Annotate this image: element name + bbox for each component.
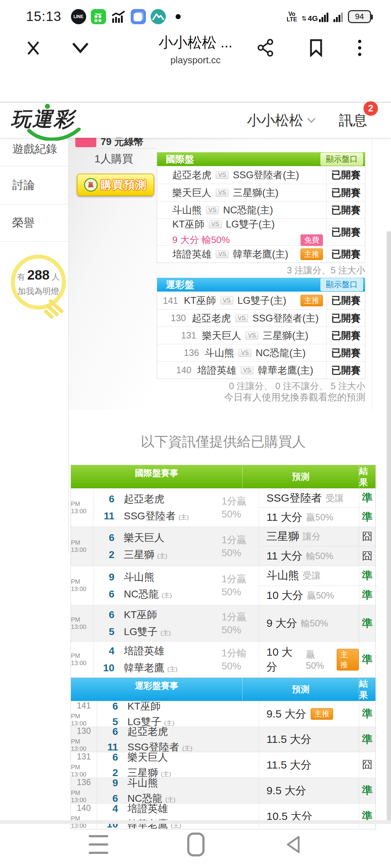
user-menu[interactable]: 小小松松	[247, 111, 316, 130]
game-id-time: 140PM 13:00	[71, 804, 97, 829]
vs-badge: VS	[216, 189, 228, 197]
teams-cell: 9斗山熊 6NC恐龍(主)	[97, 778, 259, 803]
page-url: playsport.cc	[105, 55, 286, 66]
prediction-subrow: 10 大分贏50% 準	[259, 586, 375, 605]
game-number: 131	[181, 330, 202, 341]
hot-pick-badge: 主推	[337, 649, 359, 671]
browser-menu-button[interactable]	[358, 40, 361, 56]
vs-badge: VS	[220, 297, 233, 305]
show-odds-button[interactable]: 顯示盤口	[320, 153, 363, 166]
prediction-subrow: 11.5 大分 囧	[259, 752, 375, 778]
away-score: 6	[97, 701, 118, 712]
game-number: 141	[163, 295, 184, 306]
result-row: 140PM 13:00 4培證英雄 10韓華老鷹(主) 10.5 大分 準	[71, 803, 375, 829]
prediction-subrow: 11.5 大分 準	[259, 727, 375, 752]
away-score: 6	[93, 609, 114, 621]
game-number: 130	[171, 313, 192, 323]
volte-indicator: VoLTE	[287, 11, 297, 22]
result-mark: 準	[359, 727, 375, 752]
result-row: PM 13:00 9斗山熊 6NC恐龍(主) 1分贏50% 斗山熊受讓 準 10…	[71, 566, 375, 605]
spread-info: 1分贏50%	[222, 533, 247, 559]
show-odds-button[interactable]: 顯示盤口	[320, 278, 363, 291]
game-status: 已開賽	[327, 327, 365, 344]
price-row: 79 元綠幣	[75, 138, 159, 148]
battery-indicator: 94	[348, 10, 371, 23]
status-indicators: VoLTE ⇅ 4G 94	[287, 10, 371, 23]
international-results-table: 國際盤賽事 預測 結果 PM 13:00 6起亞老虎 11SSG登陸者(主) 1…	[71, 465, 376, 678]
result-mark: 準	[359, 508, 375, 527]
game-row[interactable]: 141KT巫師VSLG雙子(主)主推 已開賽	[157, 292, 365, 309]
away-score: 6	[93, 532, 114, 544]
sidebar-item-honors[interactable]: 榮譽	[0, 204, 68, 242]
international-board-header: 國際盤 顯示盤口	[157, 152, 365, 166]
home-score: 11	[93, 510, 114, 522]
price-text: 79 元綠幣	[101, 138, 144, 148]
game-id-time: 131PM 13:00	[71, 752, 97, 778]
spread-info: 1分贏50%	[222, 610, 247, 637]
mountain-app-icon	[151, 9, 166, 24]
back-button[interactable]	[283, 834, 302, 855]
game-row[interactable]: KT巫師VSLG雙子(主) 9 大分 輸50%免費 已開賽	[157, 218, 365, 245]
result-row: PM 13:00 4培證英雄 10韓華老鷹(主) 1分輸50% 10 大分贏50…	[71, 641, 375, 677]
game-row[interactable]: 131樂天巨人VS三星獅(主) 已開賽	[157, 327, 365, 344]
recents-button[interactable]	[89, 835, 108, 854]
site-header: 玩運彩 小小松松 訊息 2	[0, 103, 391, 138]
spread-info: 1分贏50%	[222, 495, 247, 521]
result-mark: 準	[359, 586, 375, 605]
buy-prediction-button[interactable]: 贏 購買預測	[77, 174, 154, 196]
lamp-circle: 有288人 加我為明燈	[11, 255, 66, 310]
teams-cell: 6樂天巨人 2三星獅(主) 1分贏50%	[93, 527, 259, 566]
beacon-lamp-widget[interactable]: 有288人 加我為明燈	[0, 255, 69, 331]
teams-cell: 4培證英雄 10韓華老鷹(主)	[97, 804, 259, 829]
game-row[interactable]: 斗山熊VSNC恐龍(主) 已開賽	[157, 201, 365, 218]
game-number: 140	[176, 365, 197, 375]
android-navbar	[89, 830, 302, 859]
result-row: 136PM 13:00 9斗山熊 6NC恐龍(主) 9.5 大分 準	[71, 778, 375, 803]
messages-link[interactable]: 訊息 2	[339, 111, 367, 130]
collapse-toolbar-button[interactable]	[72, 42, 89, 53]
game-time: PM 13:00	[71, 642, 93, 677]
page-edge-strip	[387, 231, 391, 824]
spread-info: 1分輸50%	[222, 647, 247, 673]
page-title-block[interactable]: 小小松松 ... playsport.cc	[105, 33, 286, 66]
sidebar-item-game-records[interactable]: 遊戲紀錄	[0, 138, 68, 166]
away-score: 9	[97, 777, 118, 789]
sidebar-item-discussion[interactable]: 討論	[0, 166, 68, 204]
free-pick-text: 9 大分 輸50%	[172, 234, 230, 246]
prediction-subrow: 9 大分輸50% 準	[259, 605, 375, 641]
away-score: 9	[93, 571, 114, 583]
game-time: PM 13:00	[71, 489, 93, 527]
free-badge: 免費	[300, 234, 323, 246]
teams-cell: 6KT巫師 5LG雙子(主)	[97, 701, 259, 727]
game-row[interactable]: 培證英雄VS韓華老鷹(主)主推 已開賽	[157, 245, 365, 263]
playsport-logo[interactable]: 玩運彩	[9, 106, 78, 135]
game-id-time: 136PM 13:00	[71, 778, 97, 803]
game-row[interactable]: 140培證英雄VS韓華老鷹(主) 已開賽	[157, 361, 365, 379]
network-indicator: ⇅ 4G	[302, 11, 329, 22]
game-row[interactable]: 136斗山熊VSNC恐龍(主) 已開賽	[157, 344, 365, 361]
game-row[interactable]: 樂天巨人VS三星獅(主) 已開賽	[157, 184, 365, 201]
prediction-subrow: 9.5 大分 準	[259, 778, 375, 803]
teams-cell: 6樂天巨人 2三星獅(主)	[97, 752, 259, 778]
vs-badge: VS	[241, 366, 253, 374]
logo-dot	[45, 104, 50, 109]
bookmark-button[interactable]	[309, 39, 323, 57]
teams-cell: 6起亞老虎 11SSG登陸者(主) 1分贏50%	[93, 489, 259, 527]
result-row: 130PM 13:00 6起亞老虎 11SSG登陸者(主) 11.5 大分 準	[71, 727, 375, 752]
vs-badge: VS	[206, 206, 219, 214]
away-score: 4	[93, 645, 114, 657]
game-row[interactable]: 起亞老虎VSSSG登陸者(主) 已開賽	[157, 166, 365, 184]
kebab-menu-icon	[358, 40, 361, 56]
game-status: 已開賽	[327, 362, 365, 379]
result-mark: 準	[359, 566, 375, 586]
game-row[interactable]: 130起亞老虎VSSSG登陸者(主) 已開賽	[157, 309, 365, 327]
close-icon	[25, 40, 41, 56]
prediction-subrow: 11 大分贏50% 準	[259, 507, 375, 527]
result-row: 131PM 13:00 6樂天巨人 2三星獅(主) 11.5 大分 囧	[71, 752, 375, 778]
status-bar: 15:13 LINE VoLTE ⇅ 4G 94	[0, 0, 391, 28]
result-mark: 準	[359, 489, 375, 507]
home-button[interactable]	[187, 833, 205, 856]
result-mark: 囧	[359, 527, 375, 546]
close-tab-button[interactable]	[25, 40, 41, 56]
game-status: 已開賽	[327, 292, 365, 309]
